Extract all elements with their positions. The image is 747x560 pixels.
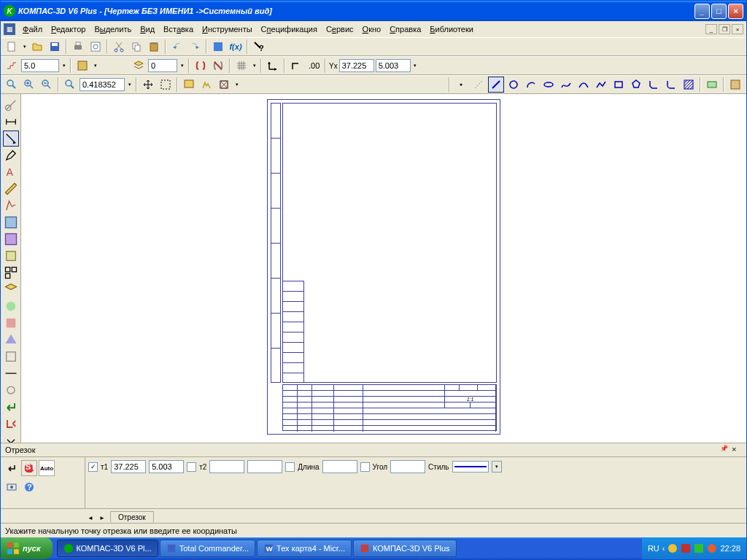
tray-expand[interactable]: ‹: [662, 544, 665, 553]
tool-more[interactable]: [3, 432, 19, 443]
tool-assoc[interactable]: [3, 231, 19, 247]
geom-fillet-button[interactable]: [663, 77, 679, 93]
grid-dropdown[interactable]: ▾: [251, 60, 258, 71]
coord-dropdown[interactable]: ▾: [412, 60, 419, 71]
menu-tools[interactable]: Инструменты: [198, 23, 257, 35]
step-button[interactable]: [4, 58, 20, 74]
preview-button[interactable]: [88, 39, 104, 55]
redraw-button[interactable]: [198, 77, 214, 93]
tool-views[interactable]: [3, 265, 19, 281]
tray-icon[interactable]: [694, 543, 704, 553]
minimize-button[interactable]: _: [694, 4, 710, 19]
states-button[interactable]: [74, 58, 90, 74]
geom-arc-button[interactable]: [523, 77, 539, 93]
geom-bezier-button[interactable]: [576, 77, 592, 93]
coord-x-input[interactable]: [339, 59, 374, 72]
tool-obj5[interactable]: [3, 365, 19, 381]
help-button[interactable]: ?: [21, 479, 37, 495]
start-button[interactable]: пуск: [1, 537, 53, 559]
open-button[interactable]: [29, 39, 45, 55]
layer-input[interactable]: [148, 59, 177, 72]
tool-exit[interactable]: [3, 416, 19, 432]
zoom-prev-button[interactable]: [181, 77, 197, 93]
tool-layers[interactable]: [3, 281, 19, 298]
snap-on-button[interactable]: [193, 58, 209, 74]
t2-x-input[interactable]: [209, 460, 244, 473]
geom-polygon-button[interactable]: [628, 77, 644, 93]
new-button[interactable]: [4, 39, 20, 55]
canvas[interactable]: 1:1: [21, 94, 746, 443]
pin-icon[interactable]: 📌: [720, 445, 730, 455]
tray-icon[interactable]: [667, 543, 678, 553]
mdi-close[interactable]: ×: [732, 24, 743, 34]
angle-input[interactable]: [390, 460, 425, 473]
variables-button[interactable]: f(x): [228, 39, 244, 55]
t1-checkbox[interactable]: ✓: [88, 462, 98, 472]
geom-rect-button[interactable]: [611, 77, 627, 93]
tool-obj6[interactable]: [3, 382, 19, 398]
length-input[interactable]: [322, 460, 357, 473]
local-cs-button[interactable]: [265, 58, 281, 74]
tool-spec[interactable]: [3, 214, 19, 230]
menu-service[interactable]: Сервис: [322, 23, 358, 35]
tool-params[interactable]: А: [3, 164, 19, 180]
task-item[interactable]: Total Commander...: [160, 540, 255, 557]
tab-segment[interactable]: Отрезок: [110, 511, 154, 523]
menu-insert[interactable]: Вставка: [159, 23, 198, 35]
geom-ellipse-button[interactable]: [541, 77, 557, 93]
menu-spec[interactable]: Спецификация: [257, 23, 322, 35]
close-button[interactable]: ×: [728, 4, 743, 19]
properties-close[interactable]: ×: [732, 445, 742, 455]
menu-view[interactable]: Вид: [136, 23, 159, 35]
tab-next[interactable]: ►: [97, 513, 107, 523]
task-item[interactable]: КОМПАС-3D V6 Pl...: [57, 540, 158, 557]
tool-enter[interactable]: [3, 399, 19, 415]
tool-edit[interactable]: [3, 147, 19, 163]
task-item[interactable]: WТех карта4 - Micr...: [257, 540, 352, 557]
tool-obj1[interactable]: [3, 298, 19, 314]
snap-off-button[interactable]: [210, 58, 226, 74]
zoom-window-button[interactable]: [158, 77, 174, 93]
zoom-scale-button[interactable]: [62, 77, 78, 93]
t1-y-input[interactable]: [149, 460, 184, 473]
zoom-fit-button[interactable]: [4, 77, 20, 93]
tool-dimensions[interactable]: [3, 114, 19, 130]
mdi-restore[interactable]: ❐: [719, 24, 730, 34]
angle-checkbox[interactable]: [360, 462, 370, 472]
ortho-button[interactable]: [288, 58, 304, 74]
tool-obj3[interactable]: [3, 332, 19, 348]
menu-select[interactable]: Выделить: [90, 23, 136, 35]
t1-x-input[interactable]: [111, 460, 146, 473]
task-item[interactable]: КОМПАС-3D V6 Plus: [353, 540, 457, 557]
mdi-min[interactable]: _: [705, 24, 717, 34]
tool-designation[interactable]: [3, 131, 19, 147]
geom-equidistant-button[interactable]: [704, 77, 720, 93]
new-dropdown[interactable]: ▾: [21, 41, 28, 52]
create-object-button[interactable]: [4, 460, 20, 476]
tab-prev[interactable]: ◄: [85, 513, 96, 523]
tool-obj2[interactable]: [3, 315, 19, 331]
tool-obj4[interactable]: [3, 349, 19, 365]
tool-measure[interactable]: [3, 181, 19, 197]
menu-file[interactable]: Файл: [18, 23, 47, 35]
coord-y-input[interactable]: [376, 59, 411, 72]
menu-libs[interactable]: Библиотеки: [425, 23, 478, 35]
geom-aux-button[interactable]: [471, 77, 487, 93]
tray-icon[interactable]: [707, 543, 717, 553]
menu-help[interactable]: Справка: [385, 23, 425, 35]
geom-line-button[interactable]: [488, 77, 504, 93]
tray-icon[interactable]: [681, 543, 691, 553]
menu-editor[interactable]: Редактор: [47, 23, 90, 35]
auto-button[interactable]: Auto: [39, 460, 55, 476]
round-button[interactable]: .00: [306, 58, 322, 74]
geom-point-button[interactable]: [453, 77, 469, 93]
copy-button[interactable]: [128, 39, 144, 55]
refresh-button[interactable]: [216, 77, 232, 93]
geom-circle-button[interactable]: [506, 77, 522, 93]
zoom-input[interactable]: [80, 78, 125, 91]
refresh-dropdown[interactable]: ▾: [233, 79, 240, 90]
layer-dropdown[interactable]: ▾: [179, 60, 185, 71]
zoom-out-button[interactable]: [39, 77, 55, 93]
manager-button[interactable]: [210, 39, 226, 55]
help-context-button[interactable]: ?: [251, 39, 267, 55]
